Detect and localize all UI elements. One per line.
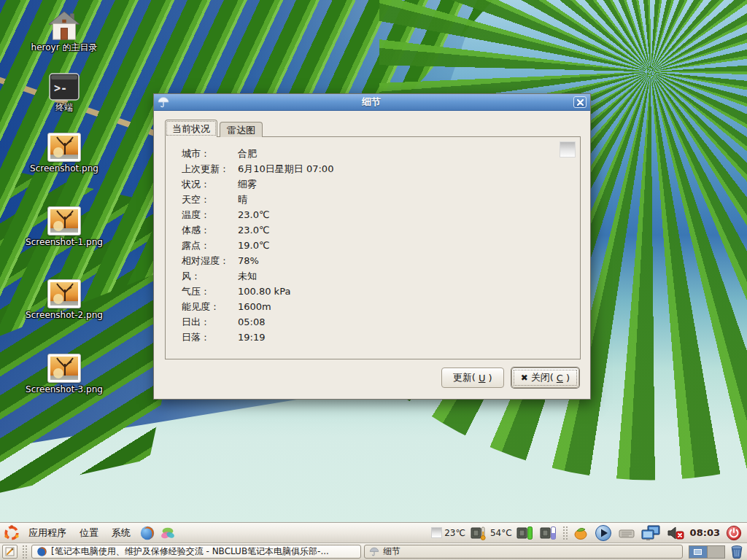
volume-muted-icon[interactable] bbox=[667, 526, 684, 540]
field-label-wind: 风 : bbox=[182, 268, 238, 284]
workspace-2[interactable] bbox=[707, 546, 724, 558]
field-value-dew-point: 19.0℃ bbox=[238, 238, 270, 253]
desktop: heroyr 的主目录 >- 终端 Screenshot.png bbox=[0, 0, 747, 560]
desktop-icon-terminal[interactable]: >- 终端 bbox=[16, 73, 112, 112]
weather-condition-icon bbox=[560, 141, 576, 158]
desktop-icon-label: heroyr 的主目录 bbox=[16, 42, 112, 52]
image-file-icon bbox=[16, 206, 112, 236]
field-value-city: 合肥 bbox=[238, 146, 257, 161]
weather-umbrella-icon bbox=[158, 96, 169, 108]
desktop-icon-screenshot-1[interactable]: Screenshot-1.png bbox=[16, 206, 112, 247]
menu-applications[interactable]: 应用程序 bbox=[22, 523, 73, 543]
menu-places[interactable]: 位置 bbox=[73, 523, 105, 543]
desktop-icon-label: Screenshot-3.png bbox=[16, 384, 112, 394]
workspace-switcher bbox=[689, 545, 725, 559]
field-label-city: 城市 : bbox=[182, 146, 238, 161]
launcher-swirl-icon[interactable] bbox=[160, 525, 176, 541]
update-button[interactable]: 更新(U) bbox=[441, 368, 504, 388]
desktop-icon-screenshot-2[interactable]: Screenshot-2.png bbox=[16, 279, 112, 320]
desktop-icon-screenshot-3[interactable]: Screenshot-3.png bbox=[16, 354, 112, 394]
system-tray: 23℃ 54°C bbox=[431, 524, 747, 542]
dialog-tabs: 当前状况 雷达图 bbox=[165, 120, 263, 137]
media-player-tray-icon[interactable] bbox=[595, 524, 612, 542]
update-notifier-icon[interactable] bbox=[573, 526, 588, 540]
home-folder-icon bbox=[16, 10, 112, 41]
cpu-temp-reading[interactable]: 54°C bbox=[490, 528, 512, 538]
field-label-sky: 天空 : bbox=[182, 192, 238, 207]
desktop-icon-label: 终端 bbox=[16, 102, 112, 112]
field-value-sunset: 19:19 bbox=[238, 330, 265, 345]
field-label-sunrise: 日出 : bbox=[182, 314, 238, 330]
image-file-icon bbox=[16, 354, 112, 383]
field-value-last-update: 6月10日星期日 07:00 bbox=[238, 161, 333, 176]
menu-system[interactable]: 系统 bbox=[105, 523, 137, 543]
cpufreq-applet-purple-icon[interactable] bbox=[540, 526, 557, 540]
close-button[interactable]: ✖关闭(C) bbox=[511, 368, 579, 388]
dual-monitor-tray-icon[interactable] bbox=[641, 525, 660, 541]
field-label-last-update: 上次更新 : bbox=[182, 161, 238, 176]
titlebar-close-button[interactable] bbox=[573, 96, 587, 108]
window-list-panel: [笔记本电脑使用、维护及保修经验交流 - NBCLUB笔记本电脑俱乐部-... … bbox=[0, 542, 747, 560]
field-label-visibility: 能见度 : bbox=[182, 299, 238, 314]
field-label-humidity: 相对湿度 : bbox=[182, 253, 238, 268]
field-label-dew-point: 露点 : bbox=[182, 238, 238, 253]
desktop-icon-screenshot[interactable]: Screenshot.png bbox=[16, 133, 112, 174]
weather-details-dialog: 细节 当前状况 雷达图 城市 :合肥 上次更新 :6月10日星期日 07:00 … bbox=[153, 93, 591, 400]
trash-applet-icon[interactable] bbox=[730, 545, 743, 559]
task-details-window[interactable]: 细节 bbox=[364, 545, 683, 559]
weather-applet-temp[interactable]: 23℃ bbox=[444, 528, 465, 538]
workspace-1[interactable] bbox=[689, 546, 707, 558]
close-x-icon: ✖ bbox=[521, 373, 528, 382]
gnome-panel: 应用程序 位置 系统 23℃ bbox=[0, 522, 747, 542]
keyboard-tray-icon[interactable] bbox=[619, 527, 635, 539]
field-value-temperature: 23.0℃ bbox=[238, 207, 270, 222]
tab-radar-map[interactable]: 雷达图 bbox=[220, 122, 263, 137]
field-label-temperature: 温度 : bbox=[182, 207, 238, 222]
cpu-thermometer-icon[interactable] bbox=[470, 526, 486, 540]
desktop-icon-label: Screenshot.png bbox=[16, 163, 112, 174]
workspace-window-thumb bbox=[694, 549, 702, 555]
field-value-pressure: 100.80 kPa bbox=[238, 284, 290, 299]
task-firefox-window[interactable]: [笔记本电脑使用、维护及保修经验交流 - NBCLUB笔记本电脑俱乐部-... bbox=[31, 545, 361, 559]
show-desktop-button[interactable] bbox=[2, 545, 18, 559]
firefox-task-icon bbox=[36, 546, 47, 557]
shutdown-button-icon[interactable] bbox=[726, 525, 742, 541]
field-value-sunrise: 05:08 bbox=[238, 314, 265, 330]
current-conditions-panel: 城市 :合肥 上次更新 :6月10日星期日 07:00 状况 :细雾 天空 :晴… bbox=[165, 136, 581, 359]
tray-drag-handle[interactable] bbox=[562, 526, 568, 540]
panel-clock[interactable]: 08:03 bbox=[690, 527, 720, 538]
weather-task-icon bbox=[369, 547, 379, 556]
field-label-pressure: 气压 : bbox=[182, 284, 238, 299]
field-value-feels-like: 23.0℃ bbox=[238, 222, 270, 238]
image-file-icon bbox=[16, 133, 112, 162]
desktop-icon-label: Screenshot-1.png bbox=[16, 237, 112, 247]
tasklist-drag-handle[interactable] bbox=[22, 545, 27, 559]
tab-current-conditions[interactable]: 当前状况 bbox=[165, 120, 217, 137]
terminal-icon: >- bbox=[16, 73, 112, 101]
field-value-visibility: 1600m bbox=[238, 299, 271, 314]
weather-applet-icon[interactable] bbox=[431, 527, 442, 538]
dialog-title: 细节 bbox=[169, 96, 573, 109]
field-label-sunset: 日落 : bbox=[182, 330, 238, 345]
field-value-humidity: 78% bbox=[238, 253, 259, 268]
image-file-icon bbox=[16, 279, 112, 308]
field-value-wind: 未知 bbox=[238, 268, 257, 284]
firefox-launcher-icon[interactable] bbox=[139, 525, 155, 541]
svg-text:>-: >- bbox=[54, 82, 67, 95]
field-value-condition: 细雾 bbox=[238, 176, 257, 192]
field-label-condition: 状况 : bbox=[182, 176, 238, 192]
cpufreq-applet-green-icon[interactable] bbox=[516, 526, 533, 540]
field-value-sky: 晴 bbox=[238, 192, 247, 207]
field-label-feels-like: 体感 : bbox=[182, 222, 238, 238]
ubuntu-logo-icon[interactable] bbox=[4, 525, 20, 541]
dialog-titlebar[interactable]: 细节 bbox=[154, 94, 590, 111]
desktop-icon-label: Screenshot-2.png bbox=[16, 310, 112, 320]
desktop-icon-home[interactable]: heroyr 的主目录 bbox=[16, 10, 112, 52]
